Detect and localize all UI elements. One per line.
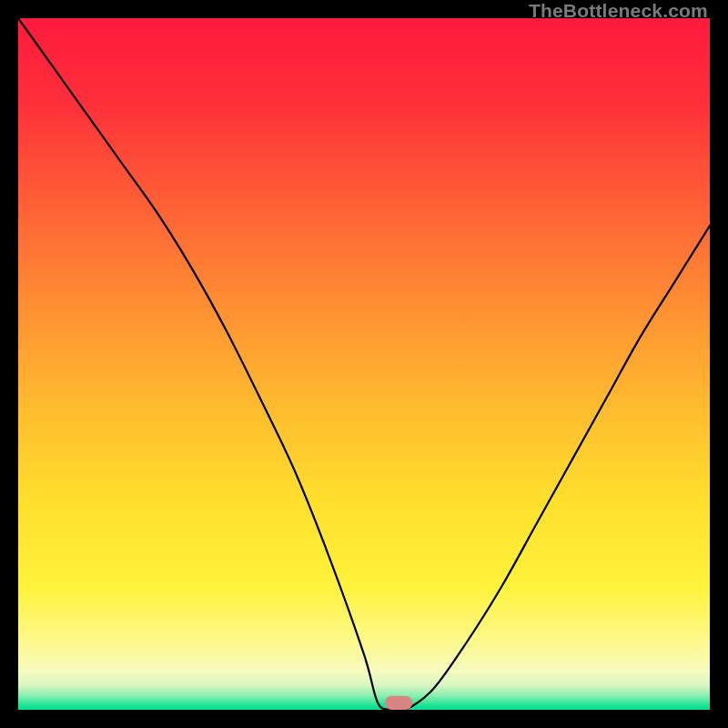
gradient-background [18, 18, 710, 710]
optimal-marker [385, 696, 412, 710]
watermark-label: TheBottleneck.com [529, 0, 708, 22]
chart-frame: TheBottleneck.com [0, 0, 728, 728]
bottleneck-chart [18, 18, 710, 710]
plot-area [18, 18, 710, 710]
